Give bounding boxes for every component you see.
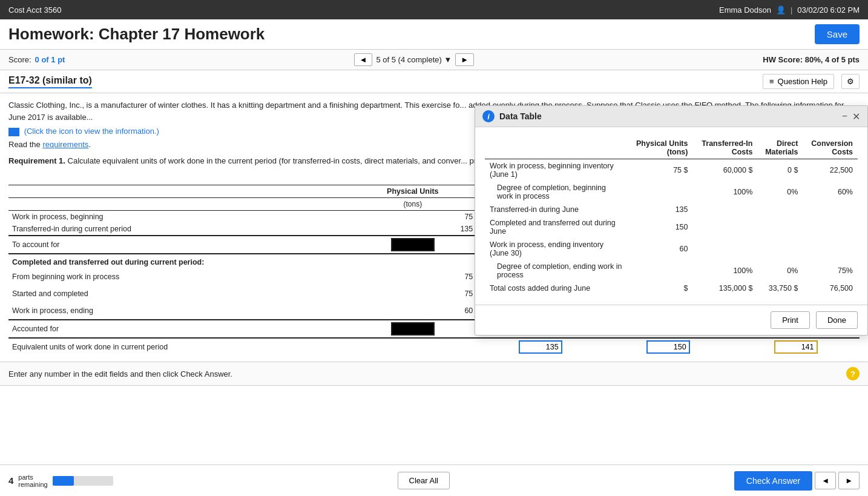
dt-cell-physunits: $ xyxy=(627,282,692,295)
col-physunits: Physical Units xyxy=(349,185,476,198)
user-name: Emma Dodson xyxy=(719,5,771,15)
score-row: Score: 0 of 1 pt ◄ 5 of 5 (4 complete) ▼… xyxy=(0,50,868,70)
close-button[interactable]: ✕ xyxy=(852,111,860,122)
score-left: Score: 0 of 1 pt xyxy=(8,55,65,64)
row-label: From beginning work in process xyxy=(8,268,349,285)
main-content: Classic Clothing, Inc., is a manufacture… xyxy=(0,93,868,362)
dt-table-row: Degree of completion, ending work in pro… xyxy=(485,260,858,282)
dt-cell-physunits: 60 xyxy=(627,238,692,260)
dt-cell-ti xyxy=(692,238,757,260)
score-value: 0 of 1 pt xyxy=(35,55,65,64)
cell-physunits: 75 xyxy=(349,268,476,285)
nav-status: 5 of 5 (4 complete) ▼ xyxy=(376,55,452,64)
dt-cell-ti: 60,000 $ xyxy=(692,159,757,182)
dt-table-body: Work in process, beginning inventory (Ju… xyxy=(485,159,858,296)
dt-cell-conv xyxy=(803,216,858,238)
dt-table-row: Completed and transferred out during Jun… xyxy=(485,216,858,238)
data-table-header: i Data Table − ✕ xyxy=(475,106,867,127)
dt-row-label: Work in process, ending inventory (June … xyxy=(485,238,627,260)
dt-cell-ti xyxy=(692,203,757,216)
dt-col-dm: DirectMaterials xyxy=(757,137,803,159)
col-header-physunits xyxy=(349,173,476,185)
question-help-button[interactable]: ≡ Question Help xyxy=(763,74,834,89)
question-help-icon: ≡ xyxy=(769,77,774,86)
cell-input[interactable] xyxy=(476,338,604,355)
header-row: Homework: Chapter 17 Homework Save xyxy=(0,19,868,50)
page-title: Homework: Chapter 17 Homework xyxy=(8,25,265,44)
dt-col-conv: ConversionCosts xyxy=(803,137,858,159)
dt-cell-dm: 0% xyxy=(757,260,803,282)
dt-cell-dm xyxy=(757,216,803,238)
col-header-label xyxy=(8,173,349,185)
user-info: Emma Dodson 👤 | 03/02/20 6:02 PM xyxy=(719,5,860,15)
settings-button[interactable]: ⚙ xyxy=(841,74,860,89)
row-label: Equivalent units of work done in current… xyxy=(8,338,349,355)
dt-cell-conv: 76,500 xyxy=(803,282,858,295)
dt-row-label: Completed and transferred out during Jun… xyxy=(485,216,627,238)
dt-cell-physunits: 75 $ xyxy=(627,159,692,182)
dt-cell-ti: 100% xyxy=(692,181,757,203)
cell-physunits xyxy=(349,338,476,355)
requirements-link[interactable]: requirements xyxy=(42,140,88,149)
dt-cell-ti: 135,000 $ xyxy=(692,282,757,295)
cell-input[interactable] xyxy=(604,338,732,355)
cell-physunits[interactable] xyxy=(349,320,476,338)
question-nav: ◄ 5 of 5 (4 complete) ▼ ► xyxy=(354,53,475,66)
dt-cell-ti: 100% xyxy=(692,260,757,282)
dt-col-ti: Transferred-InCosts xyxy=(692,137,757,159)
row-label: To account for xyxy=(8,236,349,254)
dt-cell-conv xyxy=(803,203,858,216)
dt-cell-dm: 0 $ xyxy=(757,159,803,182)
dt-cell-physunits xyxy=(627,181,692,203)
cell-physunits: 135 xyxy=(349,223,476,236)
dt-cell-dm xyxy=(757,238,803,260)
done-button[interactable]: Done xyxy=(816,311,858,329)
dt-cell-ti xyxy=(692,216,757,238)
data-table-footer: Print Done xyxy=(475,305,867,335)
dt-cell-conv xyxy=(803,238,858,260)
dt-row-label: Work in process, beginning inventory (Ju… xyxy=(485,159,627,182)
dt-cell-physunits: 135 xyxy=(627,203,692,216)
row-label: Started and completed xyxy=(8,285,349,302)
hw-score: HW Score: 80%, 4 of 5 pts xyxy=(763,55,860,64)
dt-col-label xyxy=(485,137,627,159)
dt-row-label: Degree of completion, ending work in pro… xyxy=(485,260,627,282)
minimize-button[interactable]: − xyxy=(842,111,847,122)
top-bar: Cost Acct 3560 Emma Dodson 👤 | 03/02/20 … xyxy=(0,0,868,19)
col-physunits-sub: (tons) xyxy=(349,198,476,211)
data-table-overlay: i Data Table − ✕ Physical Units(tons) Tr… xyxy=(475,105,868,336)
view-data-link[interactable]: (Click the icon to view the information.… xyxy=(24,127,159,136)
instruction-text: Enter any number in the edit fields and … xyxy=(8,369,232,379)
dt-table-row: Degree of completion, beginning work in … xyxy=(485,181,858,203)
dt-table-row: Transferred-in during June 135 xyxy=(485,203,858,216)
dt-cell-conv: 75% xyxy=(803,260,858,282)
row-label: Transferred-in during current period xyxy=(8,223,349,236)
table-row: Equivalent units of work done in current… xyxy=(8,338,860,355)
score-label: Score: xyxy=(8,55,31,64)
data-table-content: Physical Units(tons) Transferred-InCosts… xyxy=(475,127,867,305)
data-table-controls: − ✕ xyxy=(842,111,860,122)
question-id: E17-32 (similar to) xyxy=(8,75,92,88)
cell-input[interactable] xyxy=(732,338,860,355)
print-button[interactable]: Print xyxy=(771,311,810,329)
dt-cell-dm xyxy=(757,203,803,216)
nav-next-button[interactable]: ► xyxy=(455,53,474,66)
row-label: Work in process, beginning xyxy=(8,211,349,223)
data-table-title: i Data Table xyxy=(482,110,542,122)
dt-cell-conv: 22,500 xyxy=(803,159,858,182)
dt-col-physunits: Physical Units(tons) xyxy=(627,137,692,159)
grid-icon xyxy=(8,128,19,136)
row-label: Work in process, ending xyxy=(8,302,349,320)
dt-cell-physunits: 150 xyxy=(627,216,692,238)
dt-row-label: Transferred-in during June xyxy=(485,203,627,216)
divider: | xyxy=(791,5,792,15)
cell-physunits: 75 xyxy=(349,285,476,302)
nav-prev-button[interactable]: ◄ xyxy=(354,53,373,66)
dt-cell-conv: 60% xyxy=(803,181,858,203)
user-icon: 👤 xyxy=(776,5,786,15)
data-table-table: Physical Units(tons) Transferred-InCosts… xyxy=(485,137,858,295)
cell-physunits[interactable] xyxy=(349,236,476,254)
dt-cell-physunits xyxy=(627,260,692,282)
help-icon: ? xyxy=(846,367,860,380)
save-button[interactable]: Save xyxy=(815,24,860,44)
